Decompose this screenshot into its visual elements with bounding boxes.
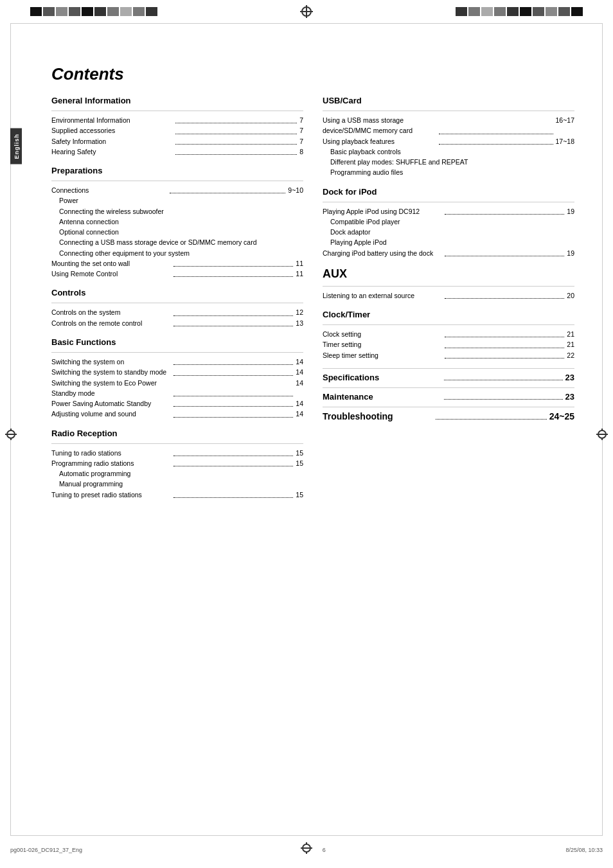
toc-antenna: Antenna connection xyxy=(51,217,303,227)
toc-troubleshooting: Troubleshooting 24~25 xyxy=(323,411,574,421)
toc-connecting-other: Connecting other equipment to your syste… xyxy=(51,248,303,258)
toc-switching-on: Switching the system on 14 xyxy=(51,357,303,367)
left-bar-segment xyxy=(30,7,157,16)
section-controls: Controls xyxy=(51,288,303,297)
toc-compatible-ipod: Compatible iPod player xyxy=(323,217,574,227)
english-tab: English xyxy=(10,128,22,164)
toc-external-source: Listening to an external source 20 xyxy=(323,290,574,301)
section-basic-functions: Basic Functions xyxy=(51,337,303,347)
toc-volume-sound: Adjusting volume and sound 14 xyxy=(51,409,303,419)
toc-standby-mode: Switching the system to standby mode 14 xyxy=(51,367,303,377)
toc-environmental-information: Environmental Information 7 xyxy=(51,115,303,125)
toc-controls-remote: Controls on the remote control 13 xyxy=(51,318,303,328)
bottom-page-number: 6 xyxy=(323,847,326,853)
toc-playing-ipod-dc912: Playing Apple iPod using DC912 19 xyxy=(323,206,574,217)
toc-connections: Connections 9~10 xyxy=(51,185,303,195)
toc-playback-features: Using playback features 17~18 xyxy=(323,136,574,146)
bottom-left-text: pg001-026_DC912_37_Eng xyxy=(10,847,82,853)
section-radio-reception: Radio Reception xyxy=(51,429,303,438)
toc-playing-apple-ipod: Playing Apple iPod xyxy=(323,237,574,247)
two-column-layout: General Information Environmental Inform… xyxy=(51,96,574,500)
toc-optional-connection: Optional connection xyxy=(51,227,303,237)
right-bar-segment xyxy=(456,7,583,16)
toc-auto-programming: Automatic programming xyxy=(51,468,303,479)
bottom-right-text: 8/25/08, 10:33 xyxy=(565,847,603,853)
right-margin-crosshair xyxy=(596,429,608,440)
toc-clock-setting: Clock setting 21 xyxy=(323,329,574,339)
toc-usb-mass-storage: Using a USB mass storage device/SD/MMC m… xyxy=(323,115,574,136)
section-aux: AUX xyxy=(323,267,574,281)
section-clock-timer: Clock/Timer xyxy=(323,310,574,319)
toc-timer-setting: Timer setting 21 xyxy=(323,339,574,350)
toc-manual-programming: Manual programming xyxy=(51,479,303,489)
top-decorative-bar xyxy=(0,0,613,23)
toc-charging-ipod: Charging iPod battery using the dock 19 xyxy=(323,248,574,258)
toc-maintenance: Maintenance 23 xyxy=(323,392,574,402)
toc-sleep-timer: Sleep timer setting 22 xyxy=(323,350,574,360)
toc-preset-stations: Tuning to preset radio stations 15 xyxy=(51,490,303,500)
toc-controls-system: Controls on the system 12 xyxy=(51,307,303,317)
section-preparations: Preparations xyxy=(51,166,303,175)
toc-power-saving: Power Saving Automatic Standby 14 xyxy=(51,398,303,409)
main-content: Contents General Information Environment… xyxy=(32,51,594,513)
toc-connecting-wireless: Connecting the wireless subwoofer xyxy=(51,206,303,217)
left-column: General Information Environmental Inform… xyxy=(51,96,303,500)
page-title: Contents xyxy=(51,64,574,84)
section-usb-card: USB/Card xyxy=(323,96,574,105)
toc-mounting: Mounting the set onto wall 11 xyxy=(51,258,303,269)
section-dock-ipod: Dock for iPod xyxy=(323,187,574,197)
toc-eco-standby: Switching the system to Eco Power Standb… xyxy=(51,378,303,399)
toc-basic-playback: Basic playback controls xyxy=(323,146,574,157)
toc-power: Power xyxy=(51,195,303,206)
toc-usb-storage: Connecting a USB mass storage device or … xyxy=(51,237,303,247)
toc-play-modes: Different play modes: SHUFFLE and REPEAT xyxy=(323,157,574,167)
toc-dock-adaptor: Dock adaptor xyxy=(323,227,574,237)
toc-programming-audio: Programming audio files xyxy=(323,167,574,177)
bottom-center-crosshair xyxy=(301,842,312,854)
section-general-information: General Information xyxy=(51,96,303,105)
left-margin-crosshair xyxy=(5,429,17,440)
toc-supplied-accessories: Supplied accessories 7 xyxy=(51,125,303,136)
right-column: USB/Card Using a USB mass storage device… xyxy=(323,96,574,500)
toc-hearing-safety: Hearing Safety 8 xyxy=(51,146,303,157)
toc-remote-control: Using Remote Control 11 xyxy=(51,269,303,279)
toc-programming-radio: Programming radio stations 15 xyxy=(51,458,303,468)
toc-tuning-radio: Tuning to radio stations 15 xyxy=(51,448,303,458)
toc-specifications: Specifications 23 xyxy=(323,373,574,382)
toc-safety-information: Safety Information 7 xyxy=(51,136,303,146)
top-center-crosshair xyxy=(300,5,313,18)
